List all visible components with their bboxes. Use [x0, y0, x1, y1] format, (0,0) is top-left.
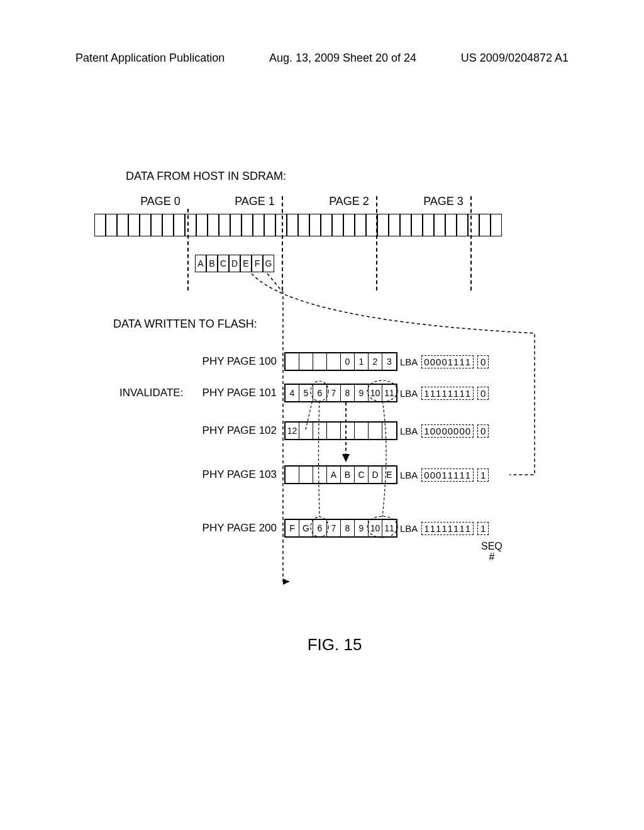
lba-label: LBA: [400, 357, 418, 367]
phy-cell: [286, 353, 299, 370]
page-divider: [470, 196, 472, 290]
phy-page-cells: FG67891011: [284, 519, 397, 538]
phy-cell: 10: [369, 385, 382, 401]
header-left: Patent Application Publication: [75, 52, 225, 65]
sdram-cell: [242, 214, 253, 236]
page-divider: [376, 196, 377, 290]
phy-cell: 6: [313, 385, 327, 401]
sdram-cell: [151, 214, 162, 236]
phy-cell: E: [382, 467, 396, 483]
phy-cell: F: [286, 520, 299, 536]
phy-cell: [313, 467, 327, 483]
phy-cell: 8: [341, 385, 355, 401]
sdram-cell: [264, 214, 275, 236]
new-data-cell: F: [252, 255, 263, 272]
new-data-boxes: ABCDEFG: [195, 255, 274, 272]
sdram-cell: [128, 214, 140, 236]
new-data-cell: A: [195, 255, 206, 272]
connectors: [94, 170, 585, 648]
sdram-cell: [162, 214, 174, 236]
header-center: Aug. 13, 2009 Sheet 20 of 24: [269, 52, 416, 65]
phy-cell: 3: [382, 353, 396, 370]
phy-page-row: PHY PAGE 1000123LBA000011110: [195, 352, 489, 371]
new-data-cell: E: [240, 255, 252, 272]
sdram-cell: [434, 214, 445, 236]
phy-page-label: PHY PAGE 200: [195, 522, 277, 534]
label-data-written-to-flash: DATA WRITTEN TO FLASH:: [113, 318, 257, 331]
lba-label: LBA: [400, 470, 418, 480]
phy-cell: 11: [382, 385, 396, 401]
sdram-strip: [94, 214, 502, 236]
lba-label: LBA: [400, 426, 418, 436]
phy-cell: 7: [327, 520, 341, 536]
phy-page-meta: LBA000011110: [400, 355, 489, 368]
sdram-cell: [321, 214, 332, 236]
sdram-cell: [230, 214, 242, 236]
page-label: PAGE 3: [396, 195, 491, 208]
phy-page-label: PHY PAGE 101: [195, 387, 277, 399]
sdram-cell: [411, 214, 423, 236]
phy-page-meta: LBA111111110: [400, 387, 489, 400]
phy-cell: [341, 423, 355, 439]
phy-page-meta: LBA111111111: [400, 522, 489, 535]
sdram-cell: [117, 214, 128, 236]
sdram-cell: [355, 214, 366, 236]
phy-page-cells: 0123: [284, 352, 397, 371]
phy-page-label: PHY PAGE 102: [195, 424, 277, 437]
phy-cell: 9: [355, 520, 369, 536]
page-label: PAGE 2: [302, 195, 396, 208]
phy-page-label: PHY PAGE 100: [195, 355, 277, 368]
page-labels: PAGE 0 PAGE 1 PAGE 2 PAGE 3: [113, 195, 491, 208]
new-data-cell: C: [218, 255, 229, 272]
phy-cell: 8: [341, 520, 355, 536]
phy-page-cells: ABCDE: [284, 465, 397, 484]
lba-label: LBA: [400, 388, 418, 399]
label-data-from-host: DATA FROM HOST IN SDRAM:: [126, 170, 286, 183]
seq-number: 0: [477, 424, 489, 438]
phy-cell: [299, 353, 313, 370]
figure-15: DATA FROM HOST IN SDRAM: PAGE 0 PAGE 1 P…: [94, 170, 575, 673]
figure-caption: FIG. 15: [94, 635, 575, 655]
phy-cell: 2: [369, 353, 382, 370]
sdram-cell: [298, 214, 309, 236]
sdram-cell: [479, 214, 491, 236]
page-divider: [187, 209, 189, 290]
phy-page-row: PHY PAGE 103ABCDELBA000111111: [195, 465, 489, 484]
phy-cell: [327, 353, 341, 370]
phy-cell: 11: [382, 520, 396, 536]
sdram-cell: [389, 214, 400, 236]
phy-cell: 6: [313, 520, 327, 536]
sdram-cell: [185, 214, 196, 236]
document-header: Patent Application Publication Aug. 13, …: [75, 52, 569, 65]
sector-valid-bits: 00001111: [421, 355, 474, 368]
seq-number: 1: [477, 522, 489, 535]
page-label: PAGE 0: [113, 195, 208, 208]
phy-page-cells: 12: [284, 421, 397, 440]
phy-page-label: PHY PAGE 103: [195, 468, 277, 481]
page: Patent Application Publication Aug. 13, …: [0, 0, 644, 830]
seq-number: 1: [477, 468, 489, 482]
phy-cell: [355, 423, 369, 439]
sdram-cell: [468, 214, 479, 236]
sdram-cell: [491, 214, 502, 236]
phy-cell: [313, 353, 327, 370]
new-data-cell: D: [229, 255, 240, 272]
sector-valid-bits: 10000000: [421, 424, 474, 438]
phy-cell: [369, 423, 382, 439]
page-divider: [282, 196, 283, 290]
sector-valid-bits: 00011111: [421, 468, 474, 482]
seq-number: 0: [477, 387, 489, 400]
sdram-cell: [457, 214, 468, 236]
lba-label: LBA: [400, 523, 418, 534]
sdram-cell: [343, 214, 355, 236]
phy-cell: 5: [299, 385, 313, 401]
sdram-cell: [219, 214, 230, 236]
sdram-cell: [309, 214, 321, 236]
header-right: US 2009/0204872 A1: [461, 52, 569, 65]
sdram-cell: [106, 214, 117, 236]
seq-number: 0: [477, 355, 489, 368]
sdram-cell: [174, 214, 185, 236]
phy-page-row: PHY PAGE 1014567891011LBA111111110: [195, 384, 489, 402]
phy-cell: 7: [327, 385, 341, 401]
seq-number-label: SEQ#: [481, 541, 502, 562]
